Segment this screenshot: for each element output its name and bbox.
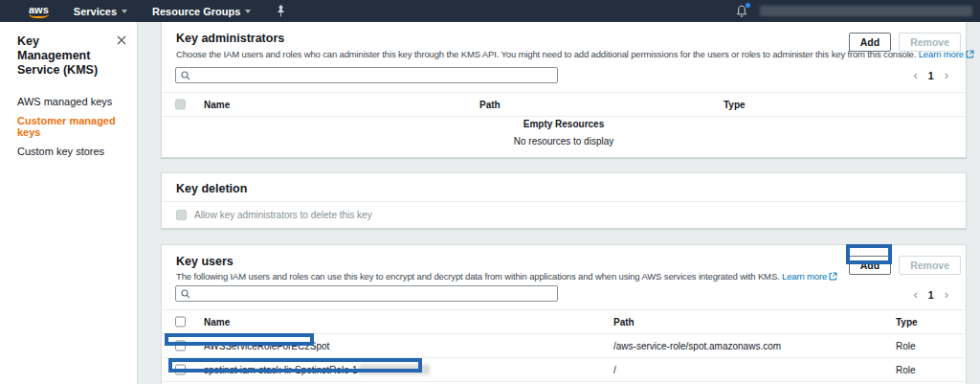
page-prev-icon[interactable]: ‹ [913, 290, 917, 300]
nav-services-label: Services [74, 6, 117, 17]
search-icon [181, 67, 190, 84]
pushpin-icon[interactable] [276, 5, 286, 17]
remove-button[interactable]: Remove [899, 33, 961, 52]
account-menu-redacted[interactable] [760, 6, 972, 16]
key-users-description: The following IAM users and roles can us… [176, 271, 837, 282]
close-icon[interactable] [117, 35, 126, 45]
page-next-icon[interactable]: › [945, 290, 948, 300]
search-icon [181, 285, 190, 303]
key-administrators-actions: Add Remove [849, 33, 961, 52]
row-checkbox[interactable] [175, 341, 186, 351]
key-users-table-header: Name Path Type [162, 309, 966, 334]
row-name: AWSServiceRoleForEC2Spot [204, 341, 329, 351]
column-name: Name [204, 100, 230, 110]
nav-services[interactable]: Services [74, 6, 127, 17]
add-button[interactable]: Add [849, 33, 891, 52]
row-type: Role [896, 341, 916, 351]
chevron-down-icon [245, 10, 251, 13]
sidebar-title: Key Management Service (KMS) [0, 22, 137, 78]
page-prev-icon[interactable]: ‹ [913, 71, 917, 80]
key-administrators-panel: Key administrators Choose the IAM users … [161, 22, 967, 158]
key-users-panel: Key users The following IAM users and ro… [161, 244, 967, 384]
notifications-bell-icon[interactable] [736, 5, 747, 18]
key-users-actions: Add Remove [849, 256, 961, 275]
sidebar-nav: AWS managed keys Customer managed keys C… [0, 92, 137, 161]
key-users-title: Key users [176, 255, 234, 268]
row-checkbox[interactable] [175, 365, 186, 375]
allow-deletion-checkbox[interactable] [176, 210, 187, 220]
key-administrators-title: Key administrators [176, 32, 284, 45]
aws-logo-text: aws [29, 4, 49, 15]
row-path: / [613, 365, 616, 375]
notification-badge [746, 3, 750, 8]
key-administrators-table-header: Name Path Type [162, 92, 966, 117]
column-path: Path [613, 317, 635, 328]
select-all-checkbox[interactable] [175, 100, 186, 110]
page-number[interactable]: 1 [928, 289, 934, 301]
search-input[interactable] [194, 69, 552, 81]
key-users-pagination: ‹ 1 › [913, 289, 948, 301]
row-type: Role [896, 365, 916, 375]
key-deletion-title: Key deletion [176, 182, 247, 195]
external-link-icon [829, 272, 837, 282]
row-name: spotinst-iam-stack-lir-SpotinstRole-1 [204, 365, 430, 375]
aws-logo[interactable]: aws [29, 5, 49, 18]
page-next-icon[interactable]: › [945, 71, 948, 80]
key-deletion-panel: Key deletion Allow key administrators to… [161, 172, 967, 229]
description-text: The following IAM users and roles can us… [176, 271, 780, 282]
nav-resource-groups-label: Resource Groups [152, 6, 240, 17]
empty-state: Empty Resources No resources to display [162, 119, 966, 147]
column-name: Name [204, 317, 230, 328]
sidebar-item-customer-managed-keys[interactable]: Customer managed keys [0, 111, 137, 142]
column-path: Path [479, 100, 501, 110]
key-deletion-option: Allow key administrators to delete this … [176, 210, 372, 220]
empty-state-message: No resources to display [162, 136, 966, 147]
column-type: Type [724, 100, 746, 110]
key-users-search [175, 285, 558, 302]
row-name-text: spotinst-iam-stack-lir-SpotinstRole-1 [204, 365, 358, 375]
allow-deletion-label: Allow key administrators to delete this … [194, 210, 372, 220]
external-link-icon [966, 50, 974, 60]
top-nav: aws Services Resource Groups [0, 0, 980, 22]
remove-button[interactable]: Remove [899, 256, 961, 275]
select-all-checkbox[interactable] [175, 317, 186, 328]
chevron-down-icon [122, 10, 127, 13]
key-administrators-search [175, 67, 558, 83]
redacted-text [359, 365, 430, 375]
row-path: /aws-service-role/spot.amazonaws.com [613, 341, 781, 351]
nav-right-group [736, 0, 972, 22]
column-type: Type [896, 317, 918, 328]
sidebar-item-aws-managed-keys[interactable]: AWS managed keys [0, 92, 137, 111]
divider [162, 201, 966, 202]
learn-more-link[interactable]: Learn more [782, 271, 837, 282]
table-row[interactable]: AWSServiceRoleForEC2Spot /aws-service-ro… [162, 334, 966, 358]
sidebar-item-custom-key-stores[interactable]: Custom key stores [0, 142, 137, 161]
empty-state-title: Empty Resources [162, 119, 966, 129]
table-row[interactable]: spotinst-iam-stack-lir-SpotinstRole-1 / … [162, 358, 966, 382]
nav-resource-groups[interactable]: Resource Groups [152, 6, 251, 17]
page-number[interactable]: 1 [928, 70, 934, 81]
add-button[interactable]: Add [849, 256, 891, 275]
learn-more-label: Learn more [782, 271, 827, 282]
search-input[interactable] [194, 287, 552, 300]
kms-sidebar: Key Management Service (KMS) AWS managed… [0, 22, 138, 384]
description-text: Choose the IAM users and roles who can a… [176, 49, 916, 59]
key-administrators-pagination: ‹ 1 › [913, 70, 948, 81]
